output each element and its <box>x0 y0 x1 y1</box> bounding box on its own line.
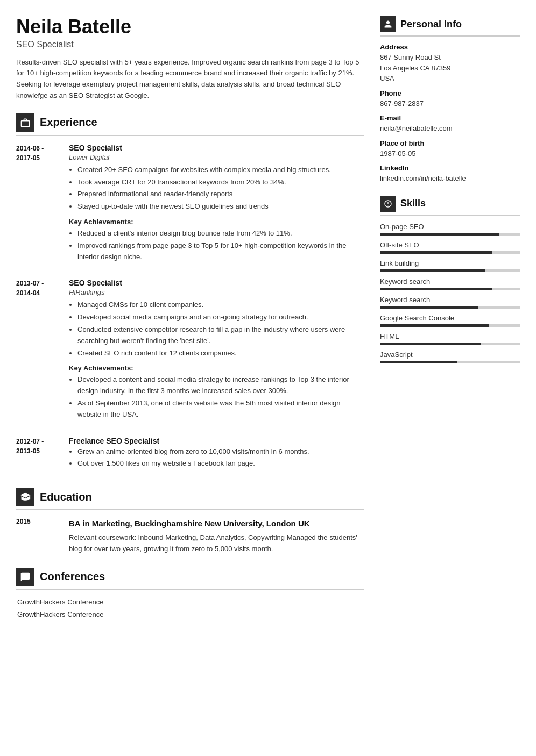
experience-section: Experience 2014-06 - 2017-05SEO Speciali… <box>16 113 364 475</box>
conference-entries: GrowthHackers ConferenceGrowthHackers Co… <box>16 598 364 618</box>
star-icon <box>384 199 392 208</box>
skills-icon <box>380 196 396 212</box>
list-item: As of September 2013, one of clients web… <box>77 398 364 420</box>
skill-bar-bg <box>380 324 520 327</box>
left-column: Neila Batelle SEO Specialist Results-dri… <box>16 16 364 740</box>
list-item: Developed a content and social media str… <box>77 374 364 397</box>
email-block: E-mail neila@neilabatelle.com <box>380 114 520 134</box>
experience-entry: 2013-07 - 2014-04SEO SpecialistHiRanking… <box>16 279 364 425</box>
candidate-title: SEO Specialist <box>16 40 364 49</box>
skill-name: HTML <box>380 332 520 340</box>
list-item: Managed CMSs for 10 client companies. <box>77 299 364 311</box>
skill-bar-bg <box>380 288 520 290</box>
exp-company: HiRankings <box>69 288 364 296</box>
experience-entries: 2014-06 - 2017-05SEO SpecialistLower Dig… <box>16 144 364 475</box>
skill-bar-bg <box>380 361 520 363</box>
skill-name: JavaScript <box>380 351 520 359</box>
personal-info-header: Personal Info <box>380 16 520 37</box>
resume-container: Neila Batelle SEO Specialist Results-dri… <box>0 0 536 756</box>
address-value: 867 Sunny Road StLos Angeles CA 87359USA <box>380 52 520 84</box>
exp-content: SEO SpecialistHiRankingsManaged CMSs for… <box>69 279 364 425</box>
graduation-icon <box>20 491 31 502</box>
exp-content: SEO SpecialistLower DigitalCreated 20+ S… <box>69 144 364 268</box>
skill-name: Google Search Console <box>380 314 520 322</box>
list-item: GrowthHackers Conference <box>16 598 364 606</box>
personal-info-icon <box>380 16 396 32</box>
list-item: Conducted extensive competitor research … <box>77 324 364 347</box>
candidate-summary: Results-driven SEO specialist with 5+ ye… <box>16 57 364 102</box>
right-column: Personal Info Address 867 Sunny Road StL… <box>380 16 520 740</box>
birth-label: Place of birth <box>380 139 520 147</box>
person-icon <box>384 20 392 28</box>
skill-bar-bg <box>380 233 520 236</box>
address-block: Address 867 Sunny Road StLos Angeles CA … <box>380 43 520 84</box>
skill-bar-fill <box>380 343 481 345</box>
experience-entry: 2014-06 - 2017-05SEO SpecialistLower Dig… <box>16 144 364 268</box>
exp-bullets: Created 20+ SEO campaigns for websites w… <box>69 165 364 212</box>
skill-bar-fill <box>380 269 485 272</box>
list-item: Took average CRT for 20 transactional ke… <box>77 177 364 188</box>
skill-bar-fill <box>380 361 457 363</box>
skill-name: Keyword search <box>380 277 520 286</box>
speech-icon <box>20 572 31 582</box>
list-item: Reduced a client's interior design blog … <box>77 228 364 239</box>
skills-section: Skills On-page SEOOff-site SEOLink build… <box>380 196 520 363</box>
key-achievements-label: Key Achievements: <box>69 364 364 372</box>
birth-block: Place of birth 1987-05-05 <box>380 139 520 159</box>
list-item: Developed social media campaigns and an … <box>77 312 364 323</box>
birth-value: 1987-05-05 <box>380 148 520 159</box>
exp-date: 2012-07 - 2013-05 <box>16 437 60 475</box>
exp-bullets: Grew an anime-oriented blog from zero to… <box>69 446 364 470</box>
exp-content: Freelance SEO SpecialistGrew an anime-or… <box>69 437 364 475</box>
key-achievements-label: Key Achievements: <box>69 218 364 226</box>
list-item: Stayed up-to-date with the newest SEO gu… <box>77 201 364 212</box>
skill-name: On-page SEO <box>380 223 520 231</box>
list-item: Created 20+ SEO campaigns for websites w… <box>77 165 364 176</box>
personal-info-section: Personal Info Address 867 Sunny Road StL… <box>380 16 520 184</box>
conferences-icon <box>16 568 34 586</box>
skill-bar-bg <box>380 251 520 254</box>
list-item: Created SEO rich content for 12 clients … <box>77 348 364 359</box>
skill-bar-fill <box>380 306 478 309</box>
education-entry: 2015BA in Marketing, Buckinghamshire New… <box>16 518 364 555</box>
list-item: Improved rankings from page page 3 to To… <box>77 240 364 263</box>
linkedin-block: LinkedIn linkedin.com/in/neila-batelle <box>380 164 520 184</box>
education-header: Education <box>16 488 364 510</box>
education-entries: 2015BA in Marketing, Buckinghamshire New… <box>16 518 364 555</box>
list-item: Grew an anime-oriented blog from zero to… <box>77 446 364 458</box>
edu-content: BA in Marketing, Buckinghamshire New Uni… <box>69 518 364 555</box>
education-icon <box>16 488 34 506</box>
skill-bar-bg <box>380 343 520 345</box>
candidate-name: Neila Batelle <box>16 16 364 38</box>
skills-title: Skills <box>400 198 426 209</box>
exp-company: Lower Digital <box>69 153 364 161</box>
achievements-bullets: Reduced a client's interior design blog … <box>69 228 364 262</box>
exp-job-title: SEO Specialist <box>69 279 364 287</box>
conferences-title: Conferences <box>40 570 105 583</box>
address-label: Address <box>380 43 520 51</box>
skill-bar-fill <box>380 251 492 254</box>
experience-entry: 2012-07 - 2013-05Freelance SEO Specialis… <box>16 437 364 475</box>
conferences-header: Conferences <box>16 568 364 590</box>
skill-bar-fill <box>380 233 499 236</box>
personal-info-title: Personal Info <box>400 19 462 30</box>
skill-name: Off-site SEO <box>380 241 520 249</box>
conferences-section: Conferences GrowthHackers ConferenceGrow… <box>16 568 364 618</box>
exp-job-title: SEO Specialist <box>69 144 364 152</box>
experience-title: Experience <box>40 116 97 129</box>
header-block: Neila Batelle SEO Specialist Results-dri… <box>16 16 364 102</box>
phone-label: Phone <box>380 89 520 97</box>
exp-date: 2014-06 - 2017-05 <box>16 144 60 268</box>
skill-name: Link building <box>380 259 520 267</box>
list-item: Got over 1,500 likes on my website's Fac… <box>77 458 364 469</box>
education-title: Education <box>40 491 92 503</box>
exp-date: 2013-07 - 2014-04 <box>16 279 60 425</box>
skill-name: Keyword search <box>380 296 520 304</box>
exp-bullets: Managed CMSs for 10 client companies.Dev… <box>69 299 364 359</box>
skill-bar-fill <box>380 324 489 327</box>
skills-header: Skills <box>380 196 520 216</box>
email-label: E-mail <box>380 114 520 122</box>
experience-header: Experience <box>16 113 364 136</box>
achievements-bullets: Developed a content and social media str… <box>69 374 364 420</box>
exp-job-title: Freelance SEO Specialist <box>69 437 364 445</box>
